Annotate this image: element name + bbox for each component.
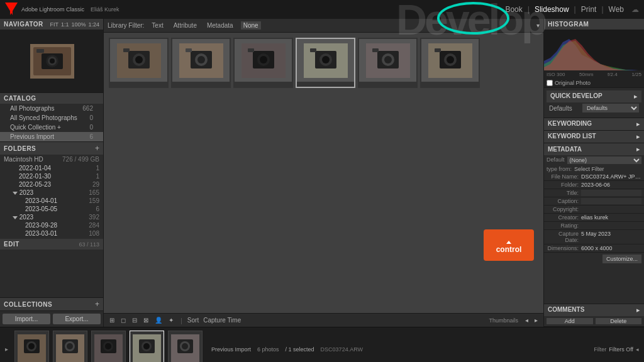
filter-value[interactable]: Filters Off — [609, 346, 633, 353]
comments-delete-btn[interactable]: Delete — [596, 318, 642, 324]
film-thumb-4[interactable] — [130, 331, 164, 363]
metadata-copyright-row: Copyright: — [544, 206, 644, 214]
keyword-list-collapse[interactable]: ▸ — [636, 133, 640, 141]
metadata-rating-val[interactable] — [581, 222, 641, 229]
metadata-title-val[interactable] — [581, 190, 641, 196]
filmstrip-nav-prev[interactable]: Previous Import — [211, 346, 251, 353]
navigator-header[interactable]: Navigator FIT 1:1 100% 1:24 — [0, 19, 103, 30]
histogram-info: ISO 300 50mm f/2.4 1/25 — [544, 70, 644, 79]
filter-btn-none[interactable]: None — [241, 21, 261, 30]
thumbnail-6[interactable] — [420, 38, 480, 88]
comments-header[interactable]: Comments ▸ — [544, 304, 644, 316]
filter-btn-metadata[interactable]: Metadata — [204, 21, 236, 30]
catalog-header[interactable]: Catalog — [0, 93, 103, 104]
keywording-collapse[interactable]: ▸ — [636, 120, 640, 128]
filter-expand-icon[interactable]: ◂ — [636, 346, 639, 353]
quick-develop-header[interactable]: Quick Develop ▸ — [547, 90, 641, 102]
filter-collapse-btn[interactable]: ▾ — [536, 22, 540, 29]
thumb-size-increase-btn[interactable]: ▸ — [533, 316, 540, 324]
people-view-btn[interactable]: 👤 — [153, 316, 164, 324]
filter-btn-text[interactable]: Text — [149, 21, 165, 30]
zoom-1-1[interactable]: 1:1 — [61, 21, 69, 28]
folder-2023-group1[interactable]: 2023 165 — [0, 189, 103, 197]
original-photo-checkbox[interactable] — [547, 80, 553, 86]
catalog-previous-import[interactable]: Previous Import 6 — [0, 132, 103, 141]
metadata-collapse[interactable]: ▸ — [636, 145, 640, 153]
thumbnail-3[interactable] — [233, 38, 293, 88]
user-name: Eliáš Kurek — [91, 6, 119, 13]
thumb-size-decrease-btn[interactable]: ◂ — [523, 316, 530, 324]
svg-point-57 — [143, 343, 150, 349]
export-button[interactable]: Export... — [53, 314, 101, 324]
folder-2023-05-05[interactable]: 2023-05-05 6 — [0, 205, 103, 213]
thumb-label-6 — [421, 82, 479, 89]
sort-order-btn[interactable]: Capture Time — [201, 316, 243, 324]
metadata-caption-val[interactable] — [581, 198, 641, 204]
folder-2022-01-04[interactable]: 2022-01-04 1 — [0, 164, 103, 172]
filter-btn-attribute[interactable]: Attribute — [171, 21, 199, 30]
folder-2022-01-30[interactable]: 2022-01-30 1 — [0, 172, 103, 180]
folder-2023-group2[interactable]: 2023 392 — [0, 213, 103, 221]
comments-collapse[interactable]: ▸ — [636, 306, 640, 314]
metadata-select-filter[interactable]: Select Filter — [574, 166, 604, 172]
qd-preset-select[interactable]: Defaults — [582, 104, 639, 112]
thumbnail-2[interactable] — [171, 38, 231, 88]
grid-view-btn[interactable]: ⊞ — [108, 316, 116, 324]
catalog-synced-photographs[interactable]: All Synced Photographs 0 — [0, 113, 103, 123]
folder-2023-03-01[interactable]: 2023-03-01 108 — [0, 229, 103, 238]
metadata-capturedate-val: 5 May 2023 — [581, 231, 641, 243]
catalog-all-photographs[interactable]: All Photographs 662 — [0, 104, 103, 113]
metadata-header[interactable]: Metadata ▸ — [544, 143, 644, 155]
hist-focal: 50mm — [579, 72, 593, 77]
metadata-customize-btn[interactable]: Customize... — [602, 255, 641, 263]
library-filter-label: Library Filter: — [108, 22, 144, 29]
catalog-quick-collection[interactable]: Quick Collection + 0 — [0, 123, 103, 132]
film-thumb-2[interactable] — [53, 331, 87, 363]
thumbnail-5[interactable] — [358, 38, 418, 88]
survey-view-btn[interactable]: ⊠ — [142, 316, 150, 324]
quick-develop-collapse[interactable]: ▸ — [634, 92, 638, 101]
metadata-title-key: Title: — [547, 190, 581, 196]
film-thumb-1[interactable] — [14, 331, 49, 363]
collections-add-btn[interactable]: + — [95, 300, 99, 309]
folder-2023-09-28[interactable]: 2023-09-28 284 — [0, 221, 103, 229]
film-thumb-3[interactable] — [91, 331, 126, 363]
svg-point-27 — [322, 56, 330, 63]
loupe-view-btn[interactable]: ◻ — [119, 316, 128, 324]
control-button[interactable]: control — [484, 229, 534, 261]
comments-add-btn[interactable]: Add — [547, 318, 593, 324]
thumbnail-4[interactable] — [296, 38, 355, 88]
filmstrip: ▸ — [0, 327, 644, 362]
spray-btn[interactable]: ✦ — [167, 316, 175, 324]
metadata-default-label: Default — [547, 156, 565, 164]
thumbnail-container — [106, 35, 541, 90]
thumbnail-1[interactable] — [109, 38, 169, 88]
keywording-header[interactable]: Keywording ▸ — [544, 118, 644, 130]
svg-point-45 — [28, 343, 35, 349]
keyword-list-header[interactable]: Keyword List ▸ — [544, 131, 644, 143]
folders-header[interactable]: Folders + — [0, 142, 103, 155]
import-button[interactable]: Import... — [3, 314, 50, 324]
filmstrip-collapse-btn[interactable]: ▸ — [5, 346, 8, 353]
film-thumb-5[interactable] — [168, 331, 203, 363]
zoom-100[interactable]: 100% — [71, 21, 86, 28]
module-nav-book[interactable]: Book — [500, 5, 527, 14]
metadata-preset-select[interactable]: (None) — [567, 156, 641, 164]
metadata-folder-key: Folder: — [547, 182, 581, 188]
folder-2023-04-01[interactable]: 2023-04-01 159 — [0, 197, 103, 205]
zoom-1-24[interactable]: 1:24 — [88, 21, 99, 28]
svg-point-32 — [384, 56, 392, 63]
metadata-copyright-val[interactable] — [581, 206, 641, 212]
module-nav-print[interactable]: Print — [576, 5, 602, 14]
folder-2022-05-23[interactable]: 2022-05-23 29 — [0, 180, 103, 189]
edit-header[interactable]: EDIT 63 / 113 — [0, 239, 103, 250]
folders-add-btn[interactable]: + — [95, 144, 99, 153]
zoom-fit[interactable]: FIT — [50, 21, 58, 28]
histogram-header[interactable]: Histogram — [544, 19, 644, 30]
collections-header[interactable]: Collections + — [0, 298, 103, 310]
thumbnails-label: Thumbnails — [489, 317, 518, 324]
module-nav-web[interactable]: Web — [604, 5, 629, 14]
compare-view-btn[interactable]: ⊟ — [130, 316, 139, 324]
keyword-list-title: Keyword List — [548, 133, 596, 141]
module-nav-slideshow[interactable]: Slideshow — [530, 5, 574, 14]
